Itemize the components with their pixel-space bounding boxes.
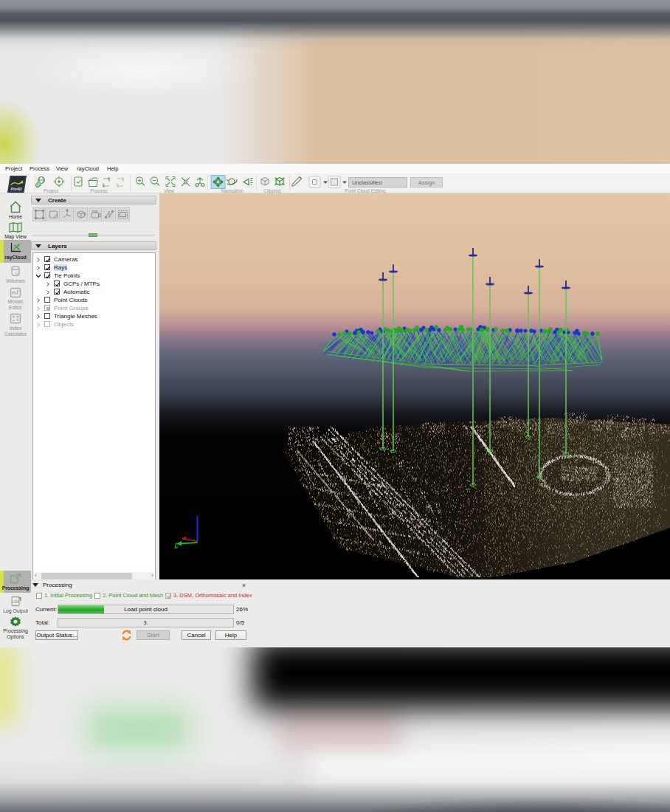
svg-text:LOG: LOG	[12, 599, 20, 604]
